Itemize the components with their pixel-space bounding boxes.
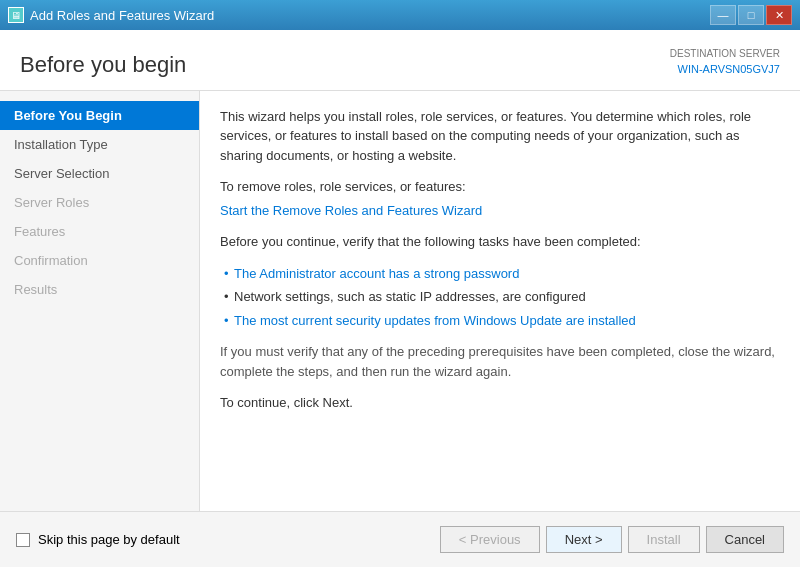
next-button[interactable]: Next > [546,526,622,553]
bullet-item-1: The Administrator account has a strong p… [224,264,780,284]
window-title: Add Roles and Features Wizard [30,8,214,23]
nav-item-before-you-begin[interactable]: Before You Begin [0,101,199,130]
remove-roles-link[interactable]: Start the Remove Roles and Features Wiza… [220,203,482,218]
footer-buttons: < Previous Next > Install Cancel [440,526,784,553]
wizard-content: This wizard helps you install roles, rol… [200,91,800,512]
nav-item-results: Results [0,275,199,304]
app-icon: 🖥 [8,7,24,23]
bullet-item-3: The most current security updates from W… [224,311,780,331]
intro-paragraph: This wizard helps you install roles, rol… [220,107,780,166]
maximize-button[interactable]: □ [738,5,764,25]
skip-checkbox-label: Skip this page by default [38,532,180,547]
wizard-footer: Skip this page by default < Previous Nex… [0,511,800,567]
destination-name: WIN-ARVSN05GVJ7 [670,61,780,78]
install-button[interactable]: Install [628,526,700,553]
titlebar-left: 🖥 Add Roles and Features Wizard [8,7,274,23]
wizard-header: Before you begin DESTINATION SERVER WIN-… [0,30,800,91]
verify-tasks-label: Before you continue, verify that the fol… [220,232,780,252]
skip-checkbox[interactable] [16,533,30,547]
minimize-button[interactable]: — [710,5,736,25]
prerequisite-warning: If you must verify that any of the prece… [220,342,780,381]
bullet-item-2: Network settings, such as static IP addr… [224,287,780,307]
nav-item-features: Features [0,217,199,246]
nav-item-server-selection[interactable]: Server Selection [0,159,199,188]
nav-item-server-roles: Server Roles [0,188,199,217]
destination-server-info: DESTINATION SERVER WIN-ARVSN05GVJ7 [670,46,780,78]
wizard-window: 🖥 Add Roles and Features Wizard — □ ✕ Be… [0,0,800,567]
remove-roles-label: To remove roles, role services, or featu… [220,177,780,197]
continue-instruction: To continue, click Next. [220,393,780,413]
close-button[interactable]: ✕ [766,5,792,25]
nav-item-confirmation: Confirmation [0,246,199,275]
nav-item-installation-type[interactable]: Installation Type [0,130,199,159]
wizard-main: Before You Begin Installation Type Serve… [0,91,800,512]
wizard-nav: Before You Begin Installation Type Serve… [0,91,200,512]
skip-checkbox-container: Skip this page by default [16,532,180,547]
page-title: Before you begin [20,52,186,78]
previous-button[interactable]: < Previous [440,526,540,553]
cancel-button[interactable]: Cancel [706,526,784,553]
window-controls: — □ ✕ [710,5,792,25]
prerequisites-list: The Administrator account has a strong p… [220,264,780,331]
titlebar: 🖥 Add Roles and Features Wizard — □ ✕ [0,0,800,30]
destination-label: DESTINATION SERVER [670,46,780,61]
